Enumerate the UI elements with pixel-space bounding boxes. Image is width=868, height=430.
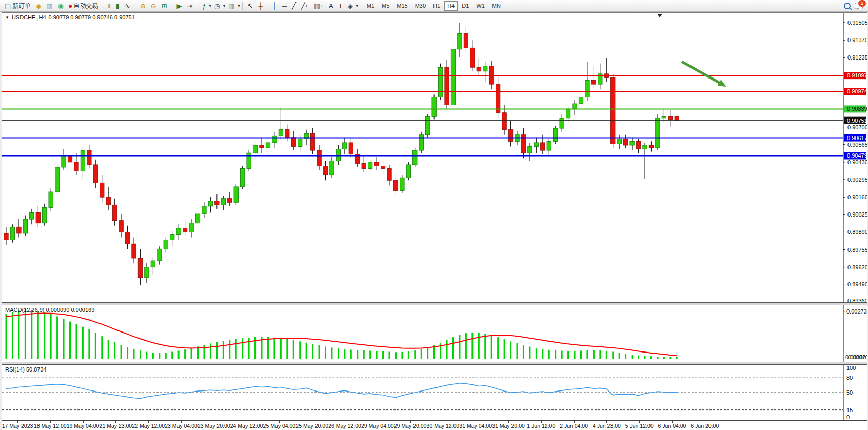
price-chart-pane[interactable]: ▼ USDCHF-,H4 0.90779 0.90779 0.90746 0.9… [2,13,867,302]
market-watch-button[interactable]: ▦ [44,1,55,11]
candlestick-chart[interactable]: 0.915050.913700.912350.907000.905650.904… [2,13,867,302]
zoom-out-icon: ⊖ [151,3,156,9]
macd-axis-top-label: 0.002739 [846,308,867,315]
arrows-dropdown-caret[interactable]: ▾ [356,4,359,8]
fibonacci-button[interactable]: ▦F [311,1,326,11]
time-axis-label: 5 Jun 12:00 [625,423,654,429]
line-chart-button[interactable]: ∿ [122,1,133,11]
text-label-icon: T [339,3,343,9]
timeframe-button-h4[interactable]: H4 [444,1,458,11]
signal-button[interactable]: ◉ [55,1,66,11]
market-watch-icon: ▦ [46,3,52,9]
candlestick-button[interactable]: ▮ [113,1,122,11]
timeframe-button-m5[interactable]: M5 [379,1,392,11]
annotation-arrow[interactable] [682,62,723,85]
time-axis-label: 19 May 04:00 [67,423,100,429]
macd-label: MACD(12,26,9) 0.000090 0.000169 [5,307,94,313]
toolbar-separator [135,2,135,10]
timeframe-button-mn[interactable]: MN [489,1,504,11]
signal-icon: ◉ [58,3,64,9]
mt4-application: ▤新订单◆▦◉⏺自动交易‖▮∿⊕⊖⊞▶⇥ƒ▾◷▾▦▾↖┼│─╱╱E▦FAT◈▾M… [0,0,868,430]
toolbar-separator [268,2,268,10]
toolbar-separator [198,2,198,10]
cursor-button[interactable]: ↖ [245,1,255,11]
price-axis-tick: 0.89490 [847,281,867,287]
toolbar-separator [242,2,243,10]
auto-scroll-button[interactable]: ▶ [174,1,185,11]
rsi-indicator-pane[interactable]: RSI(14) 50.8734 1008050150 [2,365,867,420]
new-order-icon: ▤ [5,3,11,9]
text-icon: A [329,3,333,9]
chart-symbol-period: USDCHF-,H4 [12,14,46,21]
rsi-chart[interactable]: 1008050150 [2,365,867,420]
price-axis-tick: 0.89755 [847,247,867,253]
macd-chart[interactable]: 0.0027390.000000.000202 [2,305,867,362]
main-toolbar: ▤新订单◆▦◉⏺自动交易‖▮∿⊕⊖⊞▶⇥ƒ▾◷▾▦▾↖┼│─╱╱E▦FAT◈▾M… [0,0,868,12]
new-order-button[interactable]: ▤新订单 [2,1,33,11]
time-axis-label: 1 Jun 12:00 [527,423,555,429]
chart-ohlc-values: 0.90779 0.90779 0.90746 0.90751 [49,14,135,21]
tile-windows-button[interactable]: ⊞ [159,1,170,11]
price-level-label: 0.90974 [847,88,867,94]
notification-badge: 1 [858,0,866,7]
arrows-button[interactable]: ◈ [345,1,356,11]
time-axis-label: 29 May 04:00 [361,423,394,429]
timeframe-button-m15[interactable]: M15 [393,1,410,11]
price-axis-tick: 0.91370 [847,37,867,43]
timeframe-button-d1[interactable]: D1 [459,1,472,11]
templates-button[interactable]: ▦ [226,1,237,11]
timeframe-button-w1[interactable]: W1 [473,1,488,11]
rsi-label: RSI(14) 50.8734 [5,366,47,373]
cursor-icon: ↖ [247,3,253,9]
price-axis-tick: 0.90160 [847,194,867,200]
trendline-button[interactable]: ╱ [289,1,299,11]
horizontal-line-button[interactable]: ─ [280,1,289,11]
toolbar-separator [172,2,172,10]
indicators-dropdown-caret[interactable]: ▾ [209,4,212,8]
time-axis-label: 29 May 20:00 [394,423,427,429]
text-label-button[interactable]: T [336,1,345,11]
time-axis-label: 30 May 12:00 [427,423,460,429]
price-axis-tick: 0.89620 [847,264,867,270]
tool-subletter: E [306,4,309,8]
equidistant-channel-icon: ╱ [301,3,305,9]
price-axis-tick: 0.89890 [847,229,867,235]
gold-button[interactable]: ◆ [33,1,44,11]
timeframe-button-m1[interactable]: M1 [364,1,378,11]
autotrade-button[interactable]: ⏺自动交易 [66,1,101,11]
price-axis-tick: 0.90025 [847,211,867,218]
time-axis-label: 17 May 2023 [2,423,33,429]
time-axis-label: 24 May 12:00 [230,423,263,429]
zoom-in-icon: ⊕ [140,3,146,9]
time-axis-label: 22 May 12:00 [132,423,165,429]
zoom-in-button[interactable]: ⊕ [137,1,148,11]
vertical-line-button[interactable]: │ [270,1,280,11]
chart-shift-marker[interactable] [657,14,662,17]
collapse-triangle-icon[interactable]: ▼ [5,15,9,20]
bar-chart-button[interactable]: ‖ [105,1,113,11]
chart-shift-button[interactable]: ⇥ [185,1,195,11]
periods-button[interactable]: ◷ [212,1,223,11]
time-axis-label: 25 May 20:00 [295,423,328,429]
time-axis-label: 4 Jun 23:00 [593,423,621,429]
fibonacci-icon: ▦ [314,3,320,9]
equidistant-channel-button[interactable]: ╱E [299,1,311,11]
timeframe-button-h1[interactable]: H1 [430,1,443,11]
macd-indicator-pane[interactable]: MACD(12,26,9) 0.000090 0.000169 0.002739… [2,305,867,362]
line-chart-icon: ∿ [125,3,130,9]
price-axis-tick: 0.90565 [847,142,867,148]
text-button[interactable]: A [326,1,336,11]
crosshair-button[interactable]: ┼ [255,1,265,11]
indicators-button[interactable]: ƒ [200,1,209,11]
time-axis-label: 23 May 20:00 [198,423,230,429]
search-icon[interactable] [844,3,851,9]
templates-dropdown-caret[interactable]: ▾ [237,4,240,8]
time-axis[interactable]: 17 May 202318 May 12:0019 May 04:0021 Ma… [2,420,867,430]
zoom-out-button[interactable]: ⊖ [148,1,159,11]
rsi-axis-label: 100 [846,365,856,371]
notifications-icon[interactable]: 1 [855,3,863,9]
price-axis-tick: 0.91505 [847,19,867,26]
vertical-line-icon: │ [273,3,277,9]
timeframe-button-m30[interactable]: M30 [412,1,429,11]
autotrade-label: 自动交易 [73,2,98,10]
